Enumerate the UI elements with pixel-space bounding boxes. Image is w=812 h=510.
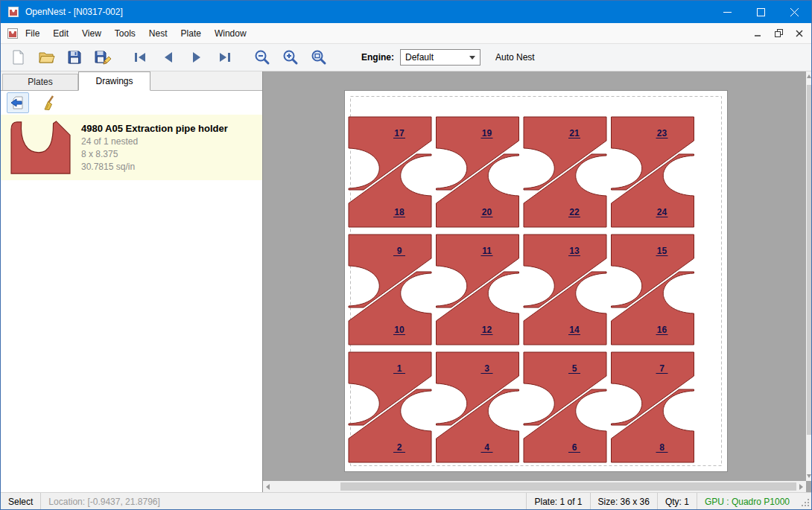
part-number: 22 <box>569 207 580 217</box>
status-location: Location: [-0.9437, 21.8796] <box>41 493 167 510</box>
engine-label: Engine: <box>361 52 394 63</box>
mdi-close-button[interactable] <box>793 28 805 39</box>
zoom-fit-icon <box>310 48 328 66</box>
part-number: 5 <box>572 363 577 374</box>
horizontal-scrollbar[interactable] <box>263 481 806 492</box>
sidebar-tabs: Plates Drawings <box>1 71 262 91</box>
menu-view[interactable]: View <box>75 24 108 43</box>
mdi-restore-button[interactable] <box>773 28 784 39</box>
minimize-button[interactable] <box>711 1 744 23</box>
clean-list-button[interactable] <box>38 92 60 113</box>
return-part-icon <box>10 95 26 111</box>
save-button[interactable] <box>62 46 87 68</box>
part-number: 1 <box>397 363 402 374</box>
go-next-icon <box>188 49 205 66</box>
part-number: 17 <box>394 128 405 138</box>
zoom-in-icon <box>282 48 299 66</box>
save-edit-icon <box>94 49 112 66</box>
status-qty: Qty: 1 <box>658 493 697 510</box>
document-icon <box>7 28 19 39</box>
mdi-window-controls <box>752 28 805 39</box>
menu-tools[interactable]: Tools <box>108 24 142 43</box>
status-size: Size: 36 x 36 <box>591 493 657 510</box>
open-file-button[interactable] <box>34 46 59 68</box>
part-number: 18 <box>394 207 405 217</box>
part-thumbnail <box>7 119 74 176</box>
scroll-down-icon[interactable] <box>807 474 811 478</box>
part-number: 20 <box>482 207 492 217</box>
zoom-out-button[interactable] <box>250 46 275 68</box>
menu-nest[interactable]: Nest <box>142 24 174 43</box>
sidebar-toolbar <box>1 91 262 115</box>
drawing-title: 4980 A05 Extraction pipe holder <box>81 123 228 134</box>
part-number: 15 <box>657 246 667 256</box>
title-bar: OpenNest - [N0317-002] <box>1 1 811 23</box>
plate-view[interactable]: 171819202122232491011121314151612345678 <box>344 90 728 472</box>
menu-bar: File Edit View Tools Nest Plate Window <box>1 23 811 44</box>
chevron-down-icon <box>469 56 475 60</box>
part-number: 11 <box>482 246 492 256</box>
sidebar: Plates Drawings 4980 A05 Extraction pipe… <box>1 71 263 492</box>
go-previous-button[interactable] <box>156 46 181 68</box>
part-number: 4 <box>484 442 489 453</box>
part-number: 16 <box>657 325 667 335</box>
tab-drawings[interactable]: Drawings <box>78 71 150 91</box>
new-document-icon <box>10 49 26 66</box>
menu-plate[interactable]: Plate <box>174 24 208 43</box>
resize-grip[interactable] <box>800 497 810 507</box>
vertical-scrollbar[interactable] <box>806 71 812 481</box>
plate[interactable]: 171819202122232491011121314151612345678 <box>344 90 728 472</box>
drawing-nested-count: 24 of 1 nested <box>81 136 228 147</box>
return-part-button[interactable] <box>7 92 29 113</box>
main-toolbar: Engine: Default Auto Nest <box>1 44 811 71</box>
engine-select[interactable]: Default <box>400 49 480 66</box>
drawing-info: 4980 A05 Extraction pipe holder 24 of 1 … <box>81 119 228 176</box>
mdi-minimize-button[interactable] <box>752 28 764 39</box>
go-last-icon <box>217 49 233 66</box>
status-plate: Plate: 1 of 1 <box>527 493 589 510</box>
scroll-up-icon[interactable] <box>807 74 811 78</box>
mdi-restore-icon <box>775 29 783 37</box>
open-folder-icon <box>38 49 55 66</box>
vertical-scroll-thumb[interactable] <box>807 85 812 435</box>
horizontal-scroll-thumb[interactable] <box>340 482 796 491</box>
scroll-right-icon[interactable] <box>799 484 803 490</box>
status-gpu: GPU : Quadro P1000 <box>697 493 797 510</box>
part-number: 23 <box>657 128 667 138</box>
save-icon <box>66 49 83 66</box>
nest-canvas[interactable]: 171819202122232491011121314151612345678 <box>263 71 812 492</box>
mdi-close-icon <box>796 30 803 37</box>
part-number: 3 <box>484 363 489 374</box>
app-icon <box>7 6 19 18</box>
part-number: 19 <box>482 128 492 138</box>
menu-window[interactable]: Window <box>208 24 253 43</box>
drawing-dimensions: 8 x 8.375 <box>81 149 228 159</box>
drawing-area: 30.7815 sq/in <box>81 162 228 172</box>
go-first-button[interactable] <box>127 46 153 68</box>
menu-edit[interactable]: Edit <box>46 24 75 43</box>
part-number: 6 <box>572 442 577 453</box>
save-edit-button[interactable] <box>90 46 115 68</box>
scroll-left-icon[interactable] <box>266 484 270 490</box>
new-document-button[interactable] <box>5 46 31 68</box>
close-icon <box>790 8 799 16</box>
part-number: 12 <box>482 325 492 335</box>
zoom-fit-button[interactable] <box>306 46 332 68</box>
go-previous-icon <box>160 49 177 66</box>
part-number: 2 <box>397 442 402 453</box>
part-number: 9 <box>397 246 402 256</box>
window-title: OpenNest - [N0317-002] <box>25 7 123 17</box>
minimize-icon <box>723 8 732 16</box>
menu-file[interactable]: File <box>19 24 46 43</box>
drawing-list-item[interactable]: 4980 A05 Extraction pipe holder 24 of 1 … <box>1 115 262 180</box>
auto-nest-button[interactable]: Auto Nest <box>495 52 535 63</box>
part-number: 14 <box>569 325 580 335</box>
window-controls <box>711 1 811 23</box>
maximize-button[interactable] <box>744 1 778 23</box>
go-next-button[interactable] <box>184 46 209 68</box>
zoom-in-button[interactable] <box>278 46 303 68</box>
tab-plates[interactable]: Plates <box>2 74 78 90</box>
close-button[interactable] <box>778 1 811 23</box>
go-last-button[interactable] <box>212 46 238 68</box>
part-number: 7 <box>659 363 664 374</box>
